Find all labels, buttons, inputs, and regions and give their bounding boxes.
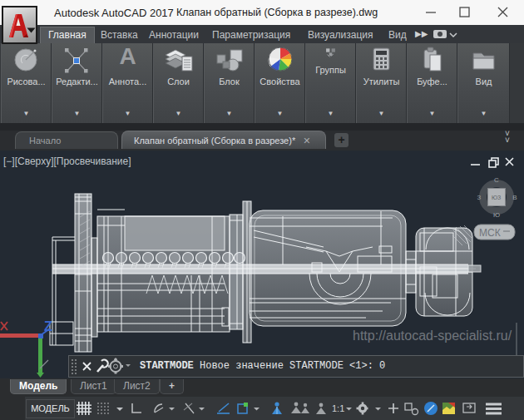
svg-text:З: З — [477, 194, 482, 201]
svg-text:С: С — [494, 176, 499, 184]
svg-text:В: В — [512, 194, 517, 201]
svg-text:1:1: 1:1 — [332, 403, 344, 413]
svg-text:ЮЗ: ЮЗ — [492, 195, 501, 200]
svg-text:Ю: Ю — [493, 211, 500, 219]
svg-text:МСК: МСК — [479, 227, 501, 239]
